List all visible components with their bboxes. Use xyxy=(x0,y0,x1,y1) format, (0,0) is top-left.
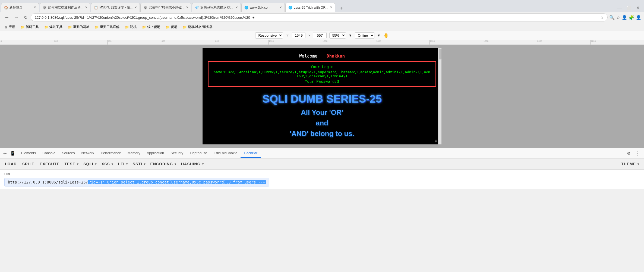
bookmark-tools[interactable]: 📁 重要工具详解 xyxy=(93,24,122,30)
tab-label-3: MSDN, 我告诉你 - 做... xyxy=(99,5,133,10)
url-highlight-text: ?id=-1' union select 1,group_concat(user… xyxy=(88,180,266,184)
tab-close-3[interactable]: ✕ xyxy=(134,6,137,9)
viewport-scrollbar[interactable] xyxy=(438,48,441,144)
hackbar-toolbar: LOAD SPLIT EXECUTE TEST ▼ SQLI ▼ XSS ▼ L… xyxy=(0,159,644,170)
zoom-select[interactable]: 55% xyxy=(329,32,346,39)
tab-1[interactable]: 🏠 新标签页 ✕ xyxy=(1,3,39,12)
reload-button[interactable]: ↻ xyxy=(22,14,29,21)
width-input[interactable] xyxy=(292,33,305,38)
hackbar-theme-dropdown[interactable]: THEME ▼ xyxy=(621,162,640,166)
close-button[interactable]: ✕ xyxy=(634,5,642,11)
bookmark-vpn[interactable]: 📁 翻墙/域名/服务器 xyxy=(181,24,215,30)
hackbar-ssti-arrow[interactable]: ▼ xyxy=(143,163,146,166)
tab-7[interactable]: 🌐 Less-25 Trick with OR... ✕ xyxy=(285,3,335,12)
folder-icon-2: 📁 xyxy=(44,25,48,29)
tab-3[interactable]: 📋 MSDN, 我告诉你 - 做... ✕ xyxy=(91,3,140,12)
hackbar-lfi-label: LFI xyxy=(118,162,125,166)
touch-icon[interactable]: 🤚 xyxy=(383,33,389,38)
hackbar-lfi-arrow[interactable]: ▼ xyxy=(126,163,128,166)
back-button[interactable]: ← xyxy=(3,14,11,21)
tab-close-2[interactable]: ✕ xyxy=(85,6,87,9)
devtools-settings-icon[interactable]: ⚙ xyxy=(625,150,633,157)
hackbar-encoding-arrow[interactable]: ▼ xyxy=(174,163,177,166)
hackbar-theme-arrow[interactable]: ▼ xyxy=(637,163,640,166)
hackbar-test-dropdown[interactable]: TEST ▼ xyxy=(64,162,79,166)
tab-label-7: Less-25 Trick with OR... xyxy=(294,6,328,10)
tab-5[interactable]: 💎 安装win7系统提示'找... ✕ xyxy=(192,3,241,12)
hackbar-hashing-arrow[interactable]: ▼ xyxy=(202,163,204,166)
hackbar-xss-label: XSS xyxy=(102,162,110,166)
tab-6[interactable]: 🌐 www.5kik.com ✕ xyxy=(241,3,285,12)
bookmark-apps[interactable]: ⊞ 应用 xyxy=(3,24,17,30)
tab-memory[interactable]: Memory xyxy=(124,149,144,158)
restore-button[interactable]: ⬜ xyxy=(624,5,633,11)
user-avatar[interactable]: 👤 xyxy=(636,15,641,20)
hackbar-xss-dropdown[interactable]: XSS ▼ xyxy=(102,162,114,166)
bookmark-brute[interactable]: 📁 爆破工具 xyxy=(42,24,65,30)
tab-sources[interactable]: Sources xyxy=(59,149,78,158)
hackbar-load-btn[interactable]: LOAD xyxy=(4,161,17,167)
tab-application[interactable]: Application xyxy=(144,149,168,158)
new-tab-button[interactable]: + xyxy=(337,5,346,12)
tab-hackbar[interactable]: HackBar xyxy=(241,149,261,158)
tab-performance[interactable]: Performance xyxy=(97,149,124,158)
tab-4[interactable]: 🐺 安装win7时候找不到磁... ✕ xyxy=(140,3,191,12)
hackbar-ssti-dropdown[interactable]: SSTI ▼ xyxy=(133,162,146,166)
bookmark-target[interactable]: 📁 靶机 xyxy=(123,24,139,30)
tab-close-5[interactable]: ✕ xyxy=(235,6,238,9)
password-label: Your Password:3 xyxy=(213,79,431,84)
tab-network[interactable]: Network xyxy=(78,149,98,158)
tab-close-4[interactable]: ✕ xyxy=(186,6,188,9)
profile-icon[interactable]: 👤 xyxy=(622,15,627,20)
tab-2[interactable]: 🐺 如何用软碟通制作启动... ✕ xyxy=(40,3,90,12)
search-icon[interactable]: 🔍 xyxy=(609,15,615,20)
tab-console[interactable]: Console xyxy=(39,149,59,158)
minimize-button[interactable]: — xyxy=(615,5,624,11)
hackbar-hashing-dropdown[interactable]: HASHING ▼ xyxy=(181,162,204,166)
url-value-container[interactable]: http://127.0.0.1:8086/sqli/Less-25/ ?id=… xyxy=(4,178,269,186)
height-input[interactable] xyxy=(313,33,327,38)
hackbar-execute-btn[interactable]: EXECUTE xyxy=(39,161,60,167)
hackbar-sqli-dropdown[interactable]: SQLI ▼ xyxy=(83,162,97,166)
hackbar-lfi-dropdown[interactable]: LFI ▼ xyxy=(118,162,128,166)
bookmark-decode[interactable]: 📁 解码工具 xyxy=(18,24,41,30)
devtools-more-icon[interactable]: ⋮ xyxy=(633,149,642,157)
devtools-pointer-icon[interactable]: ⊹ xyxy=(2,150,8,157)
tab-close-6[interactable]: ✕ xyxy=(279,6,282,9)
address-bar[interactable]: 127.0.0.1:8086/sqli/Less-25/?id=-1%27%20… xyxy=(31,13,608,21)
bookmark-icon[interactable]: ☆ xyxy=(616,15,620,20)
forward-button[interactable]: → xyxy=(12,14,21,21)
viewport: Welcome Dhakkan Your Login name:Dumb\1,A… xyxy=(203,48,441,144)
online-select[interactable]: Online xyxy=(355,32,374,39)
puzzle-icon[interactable]: 🧩 xyxy=(629,15,634,20)
hackbar-sqli-arrow[interactable]: ▼ xyxy=(94,163,97,166)
hackbar-split-btn[interactable]: SPLIT xyxy=(22,161,35,167)
star-icon[interactable]: ☆ xyxy=(600,15,604,20)
tab-elements[interactable]: Elements xyxy=(18,149,39,158)
bookmarks-bar: ⊞ 应用 📁 解码工具 📁 爆破工具 📁 重要的网址 📁 重要工具详解 📁 靶机… xyxy=(0,23,644,31)
url-section: URL http://127.0.0.1:8086/sqli/Less-25/ … xyxy=(0,170,644,189)
tab-security[interactable]: Security xyxy=(167,149,187,158)
responsive-select[interactable]: Responsive xyxy=(255,32,283,39)
bookmark-important-url[interactable]: 📁 重要的网址 xyxy=(66,24,91,30)
hackbar-test-arrow[interactable]: ▼ xyxy=(76,163,79,166)
hackbar-encoding-dropdown[interactable]: ENCODING ▼ xyxy=(150,162,177,166)
tab-lighthouse[interactable]: Lighthouse xyxy=(187,149,210,158)
hackbar-test-label: TEST xyxy=(64,162,75,166)
tab-close-1[interactable]: ✕ xyxy=(34,6,36,9)
address-text: 127.0.0.1:8086/sqli/Less-25/?id=-1%27%20… xyxy=(35,15,598,20)
scrollbar-thumb[interactable] xyxy=(439,49,441,59)
devtools-mobile-icon[interactable]: 📱 xyxy=(9,150,16,157)
hackbar-xss-arrow[interactable]: ▼ xyxy=(111,163,114,166)
tab-close-7[interactable]: ✕ xyxy=(330,6,332,9)
ruler: 0 200 400 600 800 1000 1200 1400 1600 18… xyxy=(0,40,644,45)
welcome-text: Welcome xyxy=(299,53,317,59)
folder-icon-7: 📁 xyxy=(166,25,170,29)
login-data: name:Dumb\1,Angelina\1,Dummy\1,secure\1,… xyxy=(213,70,431,78)
address-bar-row: ← → ↻ 127.0.0.1:8086/sqli/Less-25/?id=-1… xyxy=(0,12,644,23)
login-title: Your Login xyxy=(213,65,431,69)
bookmark-range[interactable]: 📁 靶场 xyxy=(163,24,179,30)
resize-handle[interactable]: ⟱ xyxy=(434,139,438,143)
bookmark-online[interactable]: 📁 线上靶场 xyxy=(140,24,162,30)
tab-editthiscookie[interactable]: EditThisCookie xyxy=(210,149,241,158)
